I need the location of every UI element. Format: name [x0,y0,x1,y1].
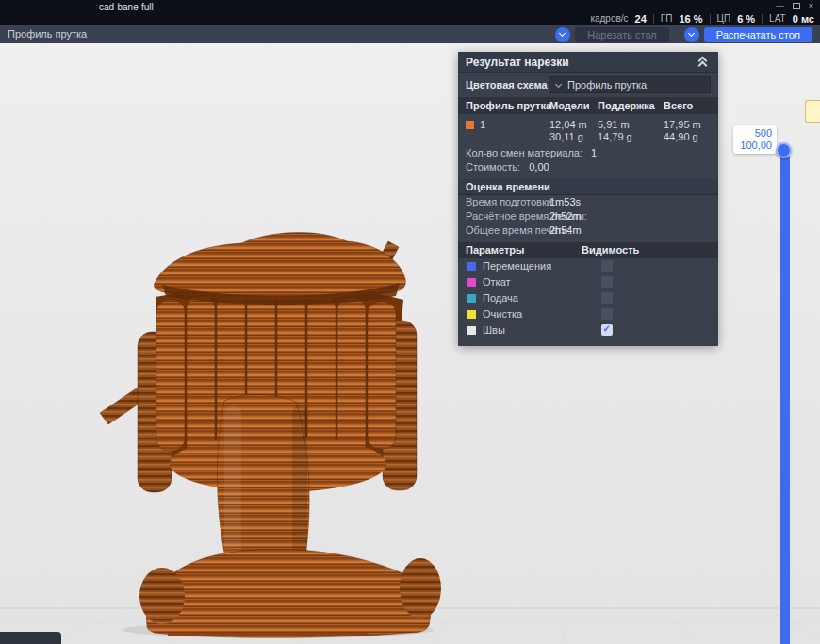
param-row-wipes: Очистка [458,306,718,322]
gpu-label: ГП [661,13,673,24]
toolbar-actions: Нарезать стол Распечатать стол [555,26,812,42]
cpu-label: ЦП [717,13,731,24]
print-button[interactable]: Распечатать стол [704,27,812,42]
color-scheme-label: Цветовая схема [466,79,548,91]
print-options-chevron-button[interactable] [684,27,699,42]
divider [710,14,711,24]
parameters-header: Параметры [466,242,524,258]
color-scheme-row: Цветовая схема Профиль прутка [458,73,718,97]
slice-options-chevron-button[interactable] [555,27,570,42]
cost-line: Стоимость: 0,00 [458,160,718,174]
application-window: cad-bane-full — × кадров/с 24 ГП 16 % ЦП… [0,0,820,644]
cost-label: Стоимость: [466,161,520,173]
extrusions-color-swatch [467,294,476,303]
header-total: Всего [664,100,693,111]
layer-slider-track[interactable] [780,148,790,644]
latency-value: 0 мс [793,13,814,25]
divider [653,14,654,24]
wipes-visibility-checkbox[interactable] [601,308,613,320]
time-row-total: Общее время печати: 2h54m [458,223,718,238]
material-changes-value: 1 [591,147,597,158]
travels-color-swatch [467,262,476,271]
travels-visibility-checkbox[interactable] [601,260,613,272]
visibility-header: Видимость [582,242,639,258]
slice-result-panel: Результат нарезки Цветовая схема Профиль… [458,52,718,346]
time-row-preparation: Время подготовки: 1m53s [458,195,718,209]
param-row-retractions: Откат [458,274,718,290]
models-usage: 12,04 m 30,11 g [549,119,587,143]
extruder-table-header: Профиль прутка Модели Поддержка Всего [458,97,718,114]
parameters-header-row: Параметры Видимость [458,242,718,258]
material-changes-line: Кол-во смен материала: 1 [458,146,718,160]
extruder-legend-fragment [805,100,820,123]
titlebar: cad-bane-full — × кадров/с 24 ГП 16 % ЦП… [0,0,820,25]
panel-title: Результат нарезки [466,56,569,69]
header-support: Поддержка [598,100,655,111]
viewport-toolbar-fragment [0,632,61,644]
seams-color-swatch [467,326,476,335]
color-scheme-dropdown[interactable]: Профиль прутка [549,76,711,93]
retractions-visibility-checkbox[interactable] [601,276,613,288]
layer-number: 500 [738,127,772,140]
action-toolbar: Профиль прутка Нарезать стол Распечатать… [0,25,820,43]
wipes-color-swatch [467,310,476,319]
layer-value-tooltip: 500 100,00 [733,125,777,154]
gpu-value: 16 % [679,13,702,25]
seams-visibility-checkbox[interactable] [601,324,613,336]
fps-label: кадров/с [590,13,628,24]
panel-header: Результат нарезки [458,52,718,73]
divider [762,14,763,24]
total-usage: 17,95 m 44,90 g [664,119,701,143]
latency-label: LAT [769,13,786,24]
extruder-id: 1 [480,119,485,130]
time-row-estimated-print: Расчётное время печати: 2h52m [458,209,718,223]
chevron-down-icon [555,80,562,87]
maximize-icon[interactable] [793,3,800,9]
minimize-icon[interactable]: — [776,1,784,11]
color-scheme-value: Профиль прутка [567,79,647,91]
collapse-panel-icon[interactable] [697,57,709,68]
model-cad-bane [57,226,452,641]
performance-stats: кадров/с 24 ГП 16 % ЦП 6 % LAT 0 мс [590,12,814,25]
close-icon[interactable]: × [809,1,813,11]
chevron-down-icon [688,29,695,36]
window-title: cad-bane-full [99,2,154,12]
chevron-down-icon [559,29,566,36]
cpu-value: 6 % [737,13,755,25]
retractions-color-swatch [467,278,476,287]
header-models: Модели [549,100,590,111]
param-row-extrusions: Подача [458,290,718,306]
param-row-travels: Перемещения [458,258,718,274]
profile-label: Профиль прутка [8,28,87,40]
material-changes-label: Кол-во смен материала: [466,147,582,158]
layer-percent: 100,00 [738,140,772,152]
layer-slider-handle[interactable] [776,142,792,158]
support-usage: 5,91 m 14,79 g [598,119,632,143]
cost-value: 0,00 [529,161,549,173]
slice-button[interactable]: Нарезать стол [575,27,669,42]
extruder-color-swatch [466,121,474,129]
param-row-seams: Швы [458,322,718,339]
extrusions-visibility-checkbox[interactable] [601,292,613,304]
window-controls: — × [776,1,813,11]
fps-value: 24 [635,13,647,25]
header-profile: Профиль прутка [466,100,551,111]
extruder-row: 1 12,04 m 30,11 g 5,91 m 14,79 g 17,95 m… [458,114,718,146]
time-estimate-header: Оценка времени [458,179,718,195]
